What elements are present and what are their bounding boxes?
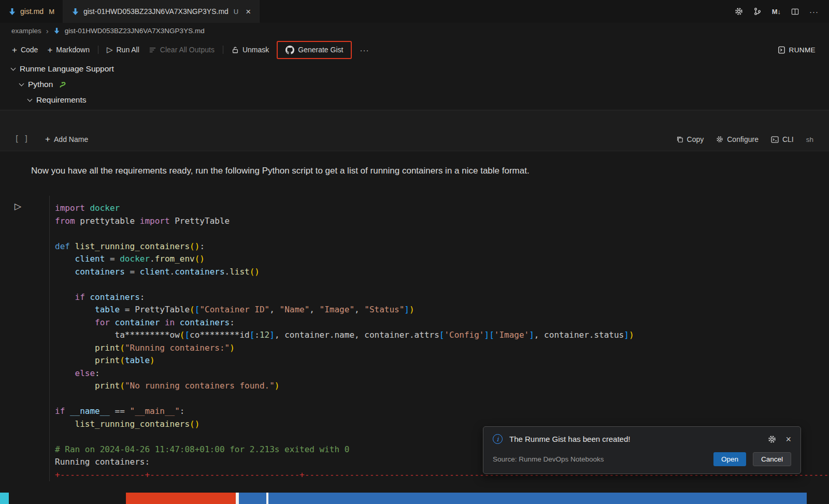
source-control-graph-icon[interactable] (753, 7, 762, 16)
code-line[interactable]: else: (55, 367, 829, 380)
clear-all-outputs-button[interactable]: Clear All Outputs (144, 43, 219, 56)
copy-button[interactable]: Copy (676, 135, 704, 143)
toast-header: i The Runme Gist has been created! × (493, 434, 791, 444)
cli-label: CLI (782, 135, 794, 143)
editor-actions: M↓ ··· (735, 0, 829, 23)
toast-source: Source: Runme DevOps Notebooks (493, 455, 604, 463)
editor-window: gist.md M gist-01HWD053BZ23JN6VA7X3NGP3Y… (0, 0, 829, 504)
code-line[interactable]: print(table) (55, 354, 829, 367)
code-line[interactable]: import docker (55, 202, 829, 215)
generate-gist-annotation: Generate Gist (277, 41, 352, 59)
add-code-label: Code (21, 46, 38, 54)
plus-icon: + (47, 46, 52, 54)
cli-button[interactable]: CLI (771, 135, 794, 143)
toolbar-divider (98, 46, 98, 54)
breadcrumb-file[interactable]: gist-01HWD053BZ23JN6VA7X3NGP3YS.md (65, 27, 205, 35)
add-name-button[interactable]: + Add Name (45, 135, 88, 143)
tab-label: gist.md (20, 7, 44, 16)
git-untracked-badge: U (234, 8, 238, 16)
code-line[interactable]: containers = client.containers.list() (55, 266, 829, 279)
code-line[interactable]: table = PrettyTable(["Container ID", "Na… (55, 304, 829, 316)
toast-message: The Runme Gist has been created! (509, 435, 630, 443)
generate-gist-label: Generate Gist (298, 46, 343, 54)
code-line[interactable] (55, 227, 829, 240)
more-cell-actions-icon[interactable]: ··· (355, 43, 374, 57)
gear-icon[interactable] (768, 435, 776, 443)
run-all-button[interactable]: ▷ Run All (102, 42, 144, 57)
markdown-file-icon (8, 8, 16, 16)
code-line[interactable]: for container in containers: (55, 316, 829, 329)
configure-label: Configure (727, 135, 759, 143)
configure-button[interactable]: Configure (716, 135, 759, 143)
code-line[interactable]: print("No running containers found.") (55, 380, 829, 393)
split-editor-icon[interactable] (791, 8, 799, 16)
more-actions-icon[interactable]: ··· (809, 7, 819, 16)
outline-runme-language-support[interactable]: Runme Language Support (0, 61, 829, 77)
status-strip-segment (268, 493, 807, 504)
notification-toast: i The Runme Gist has been created! × Sou… (483, 426, 801, 474)
code-line[interactable]: if __name__ == "__main__": (55, 405, 829, 418)
info-icon: i (493, 434, 503, 444)
unmask-button[interactable]: Unmask (227, 43, 274, 56)
chevron-down-icon[interactable] (11, 65, 16, 70)
plus-icon: + (45, 135, 50, 143)
markdown-file-icon (53, 27, 60, 34)
markdown-run-icon[interactable]: M↓ (772, 8, 781, 16)
code-line[interactable] (55, 393, 829, 406)
clear-all-outputs-label: Clear All Outputs (160, 46, 215, 54)
cell-language-id: sh (806, 136, 813, 143)
add-markdown-button[interactable]: + Markdown (42, 43, 94, 57)
github-icon (285, 46, 294, 54)
close-icon[interactable]: × (785, 435, 791, 444)
status-strip-segment (239, 493, 266, 504)
copy-label: Copy (687, 135, 704, 143)
add-code-button[interactable]: + Code (7, 43, 42, 57)
outline-label: Requirements (36, 95, 87, 105)
breadcrumb-folder[interactable]: examples (11, 27, 41, 35)
runme-logo-icon (778, 46, 785, 54)
run-all-icon: ▷ (107, 45, 113, 54)
status-strip-segment (126, 493, 236, 504)
chevron-down-icon[interactable] (27, 96, 33, 102)
code-line[interactable]: print("Running containers:") (55, 342, 829, 355)
gear-icon (716, 136, 723, 143)
toast-actions: × (768, 435, 791, 444)
outline-label: Runme Language Support (20, 64, 114, 74)
code-line[interactable]: client = docker.from_env() (55, 253, 829, 266)
outline-requirements[interactable]: Requirements (0, 92, 829, 108)
cell-execution-gutter: [ ] (15, 134, 28, 143)
code-line[interactable]: def list_running_containers(): (55, 240, 829, 253)
plus-icon: + (12, 46, 17, 54)
clear-outputs-icon (149, 46, 156, 54)
generate-gist-button[interactable]: Generate Gist (281, 43, 348, 57)
bottom-strip (0, 493, 829, 504)
git-modified-badge: M (49, 8, 54, 16)
tab-gist-generated-md[interactable]: gist-01HWD053BZ23JN6VA7X3NGP3YS.md U × (63, 0, 260, 23)
add-markdown-label: Markdown (56, 46, 90, 54)
close-icon[interactable]: × (246, 7, 251, 16)
breadcrumb: examples › gist-01HWD053BZ23JN6VA7X3NGP3… (0, 23, 829, 38)
tab-gist-md[interactable]: gist.md M (0, 0, 63, 23)
terminal-icon (771, 136, 779, 143)
unmask-label: Unmask (242, 46, 269, 54)
run-cell-icon[interactable]: ▷ (15, 201, 21, 212)
add-name-label: Add Name (54, 135, 88, 143)
open-button[interactable]: Open (713, 452, 746, 466)
gear-icon[interactable] (735, 7, 743, 16)
run-all-label: Run All (116, 46, 139, 54)
markdown-paragraph: Now you have all the requirements ready,… (31, 166, 829, 176)
runme-button[interactable]: RUNME (778, 46, 816, 54)
cancel-button[interactable]: Cancel (753, 452, 791, 466)
tabbar-empty-space (260, 0, 735, 23)
cell-footer-actions: Copy Configure CLI sh (676, 135, 813, 143)
requirements-cell-footer: [ ] + Add Name Copy Configure (0, 110, 829, 151)
outline-python[interactable]: Python (0, 77, 829, 92)
code-line[interactable]: if containers: (55, 291, 829, 304)
code-line[interactable]: from prettytable import PrettyTable (55, 215, 829, 228)
code-line[interactable]: ta*********ow([co********id[:12], contai… (55, 329, 829, 342)
runme-label: RUNME (789, 46, 816, 54)
chevron-down-icon[interactable] (19, 81, 24, 86)
code-line[interactable] (55, 278, 829, 291)
status-strip-segment (0, 493, 9, 504)
tab-bar: gist.md M gist-01HWD053BZ23JN6VA7X3NGP3Y… (0, 0, 829, 23)
